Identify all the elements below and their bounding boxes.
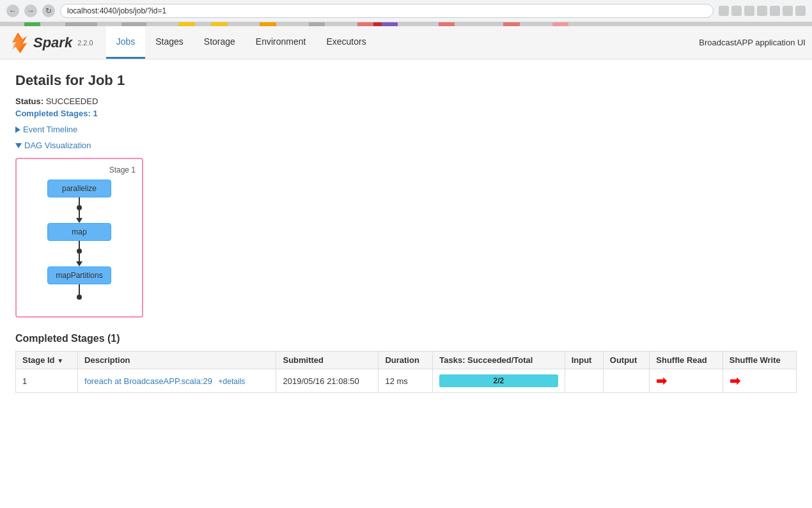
dag-line	[79, 241, 80, 249]
browser-toolbar-right	[719, 6, 806, 16]
stage-description-link[interactable]: foreach at BroadcaseAPP.scala:29	[84, 376, 212, 386]
toolbar-dot	[770, 6, 780, 16]
triangle-right-icon	[15, 127, 20, 133]
refresh-button[interactable]: ↻	[42, 4, 55, 17]
col-tasks[interactable]: Tasks: Succeeded/Total	[433, 351, 565, 369]
spark-version: 2.2.0	[77, 39, 93, 47]
input-cell	[565, 369, 603, 393]
dag-nodes: parallelize map mapPartitions	[23, 180, 136, 310]
toolbar-dot	[719, 6, 729, 16]
event-timeline-label: Event Timeline	[23, 125, 77, 134]
spark-logo-text: Spark	[33, 35, 72, 51]
submitted-cell: 2019/05/16 21:08:50	[276, 369, 379, 393]
dag-arrow-icon	[76, 218, 82, 223]
nav-executors[interactable]: Executors	[316, 26, 376, 59]
dag-stage-label: Stage 1	[23, 165, 136, 174]
event-timeline-section: Event Timeline	[15, 125, 797, 134]
col-shuffle-write[interactable]: Shuffle Write	[722, 351, 796, 369]
dag-node-parallelize: parallelize	[47, 180, 111, 197]
page-title: Details for Job 1	[15, 72, 797, 89]
completed-stages-count: 1	[93, 109, 97, 118]
output-cell	[603, 369, 650, 393]
app-name: BroadcastAPP application UI	[699, 38, 806, 47]
toolbar-dot	[795, 6, 806, 16]
tasks-progress-bar: 2/2	[439, 374, 558, 387]
col-duration[interactable]: Duration	[379, 351, 433, 369]
status-value: SUCCEEDED	[46, 96, 98, 106]
dag-toggle[interactable]: DAG Visualization	[15, 141, 797, 150]
details-link[interactable]: +details	[219, 377, 246, 386]
toolbar-dot	[783, 6, 793, 16]
shuffle-read-arrow-icon: ➡	[656, 374, 667, 388]
dag-node-mappartitions: mapPartitions	[47, 266, 111, 284]
dag-node-map: map	[47, 223, 111, 241]
toolbar-dot	[731, 6, 742, 16]
dag-dot	[77, 249, 82, 254]
triangle-down-icon	[15, 143, 22, 148]
address-bar[interactable]: localhost:4040/jobs/job/?id=1	[60, 4, 714, 18]
col-stage-id[interactable]: Stage Id ▼	[16, 351, 78, 369]
status-line: Status: SUCCEEDED	[15, 96, 797, 106]
stage-id-cell: 1	[16, 369, 78, 393]
completed-stages-line: Completed Stages: 1	[15, 109, 797, 118]
tasks-bar-fill: 2/2	[439, 374, 558, 387]
dag-connector-2	[76, 241, 82, 266]
shuffle-write-arrow-icon: ➡	[730, 374, 740, 388]
toolbar-dot	[744, 6, 754, 16]
nav-links: Jobs Stages Storage Environment Executor…	[106, 26, 377, 59]
dag-line	[79, 210, 80, 218]
tasks-cell: 2/2	[433, 369, 565, 393]
nav-environment[interactable]: Environment	[246, 26, 316, 59]
completed-stages-link[interactable]: Completed Stages: 1	[15, 109, 98, 118]
bottom-space	[15, 393, 797, 431]
dag-arrow-icon	[76, 261, 82, 266]
spark-flame-icon	[6, 31, 29, 54]
dag-dot	[77, 205, 82, 210]
completed-stages-title: Completed Stages (1)	[15, 333, 797, 344]
shuffle-read-cell: ➡	[650, 369, 723, 393]
forward-button[interactable]: →	[24, 4, 37, 17]
dag-connector-1	[76, 197, 82, 223]
dag-dot	[77, 295, 82, 300]
dag-connector-3	[77, 284, 82, 310]
main-content: Details for Job 1 Status: SUCCEEDED Comp…	[0, 59, 812, 444]
status-label: Status:	[15, 96, 43, 106]
nav-storage[interactable]: Storage	[194, 26, 246, 59]
table-header: Stage Id ▼ Description Submitted Duratio…	[16, 351, 797, 369]
col-submitted[interactable]: Submitted	[276, 351, 379, 369]
stages-table: Stage Id ▼ Description Submitted Duratio…	[15, 351, 797, 393]
col-output[interactable]: Output	[603, 351, 650, 369]
browser-chrome: ← → ↻ localhost:4040/jobs/job/?id=1	[0, 0, 812, 22]
event-timeline-toggle[interactable]: Event Timeline	[15, 125, 797, 134]
dag-section: DAG Visualization Stage 1 parallelize ma…	[15, 141, 797, 318]
duration-cell: 12 ms	[379, 369, 433, 393]
navbar: Spark 2.2.0 Jobs Stages Storage Environm…	[0, 26, 812, 59]
back-button[interactable]: ←	[6, 4, 19, 17]
description-cell: foreach at BroadcaseAPP.scala:29 +detail…	[78, 369, 276, 393]
table-body: 1 foreach at BroadcaseAPP.scala:29 +deta…	[16, 369, 797, 393]
shuffle-write-cell: ➡	[722, 369, 796, 393]
dag-container: Stage 1 parallelize map	[15, 158, 143, 318]
spark-logo: Spark 2.2.0	[6, 31, 93, 54]
nav-stages[interactable]: Stages	[145, 26, 194, 59]
sort-icon: ▼	[57, 357, 63, 364]
dag-line	[79, 284, 80, 295]
dag-label: DAG Visualization	[24, 141, 91, 150]
completed-stages-section: Completed Stages (1) Stage Id ▼ Descript…	[15, 333, 797, 393]
dag-line	[79, 254, 80, 261]
completed-stages-label: Completed Stages:	[15, 109, 91, 118]
table-row: 1 foreach at BroadcaseAPP.scala:29 +deta…	[16, 369, 797, 393]
col-shuffle-read[interactable]: Shuffle Read	[650, 351, 723, 369]
dag-line	[79, 197, 80, 205]
nav-jobs[interactable]: Jobs	[106, 26, 146, 59]
toolbar-dot	[757, 6, 767, 16]
col-description[interactable]: Description	[78, 351, 276, 369]
col-input[interactable]: Input	[565, 351, 603, 369]
